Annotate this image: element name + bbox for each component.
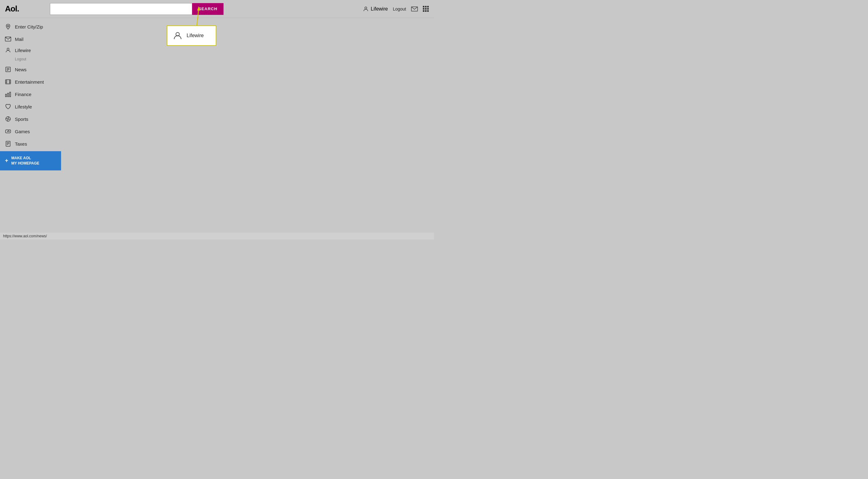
header-right: Lifewire Logout	[363, 6, 429, 12]
svg-rect-25	[6, 141, 10, 147]
sidebar-label-enter-city-zip: Enter City/Zip	[15, 24, 43, 29]
tooltip-username: Lifewire	[187, 33, 204, 38]
svg-rect-18	[10, 92, 10, 97]
taxes-icon	[5, 141, 11, 147]
user-icon	[5, 47, 11, 53]
sidebar-item-lifestyle[interactable]: Lifestyle	[0, 100, 61, 113]
sidebar-item-enter-city-zip[interactable]: Enter City/Zip	[0, 21, 61, 33]
sidebar-item-finance[interactable]: Finance	[0, 88, 61, 100]
sidebar-label-games: Games	[15, 129, 30, 134]
svg-point-4	[7, 48, 9, 50]
svg-rect-9	[6, 79, 11, 84]
film-icon	[5, 79, 11, 85]
sidebar-label-mail: Mail	[15, 37, 24, 42]
finance-icon	[5, 91, 11, 97]
header-logout-button[interactable]: Logout	[393, 6, 406, 11]
sidebar-logout-label: Logout	[15, 57, 26, 61]
sidebar: Enter City/Zip Mail Lifewire Logout News	[0, 18, 61, 173]
search-button[interactable]: SEARCH	[192, 3, 223, 15]
location-icon	[5, 24, 11, 30]
plus-icon: +	[5, 157, 8, 164]
sidebar-item-lifewire[interactable]: Lifewire Logout	[0, 45, 61, 63]
aol-logo[interactable]: Aol.	[5, 4, 19, 13]
statusbar: https://www.aol.com/news/	[0, 233, 434, 240]
sidebar-label-lifestyle: Lifestyle	[15, 104, 32, 109]
make-homepage-button[interactable]: + MAKE AOL MY HOMEPAGE	[0, 151, 61, 170]
sidebar-item-entertainment[interactable]: Entertainment	[0, 75, 61, 88]
heart-icon	[5, 103, 11, 110]
header-user[interactable]: Lifewire	[363, 6, 388, 12]
svg-point-0	[365, 7, 367, 9]
svg-point-2	[7, 25, 9, 27]
sidebar-label-entertainment: Entertainment	[15, 79, 44, 85]
make-homepage-text: MAKE AOL MY HOMEPAGE	[11, 156, 39, 166]
sidebar-label-news: News	[15, 67, 27, 72]
svg-rect-17	[7, 93, 8, 97]
sidebar-label-finance: Finance	[15, 92, 31, 97]
header-mail-icon[interactable]	[411, 6, 418, 11]
mail-icon	[5, 36, 11, 42]
header-user-icon	[363, 6, 369, 12]
sidebar-item-sports[interactable]: Sports	[0, 113, 61, 125]
svg-point-24	[8, 131, 9, 131]
sidebar-item-taxes[interactable]: Taxes	[0, 137, 61, 150]
sidebar-item-news[interactable]: News	[0, 63, 61, 75]
games-icon	[5, 128, 11, 134]
sidebar-label-lifewire: Lifewire	[15, 48, 31, 53]
sidebar-label-taxes: Taxes	[15, 141, 27, 147]
user-tooltip-popup: Lifewire	[167, 25, 216, 46]
sidebar-item-mail[interactable]: Mail	[0, 33, 61, 45]
header-grid-icon[interactable]	[423, 6, 429, 12]
statusbar-url: https://www.aol.com/news/	[3, 234, 47, 238]
sidebar-label-sports: Sports	[15, 117, 28, 122]
header: Aol. SEARCH Lifewire Logout	[0, 0, 434, 18]
annotation-arrow	[0, 0, 434, 240]
svg-rect-16	[6, 94, 6, 97]
sports-icon	[5, 116, 11, 122]
search-container: SEARCH	[50, 3, 223, 15]
header-username: Lifewire	[371, 6, 388, 12]
search-input[interactable]	[50, 3, 192, 15]
sidebar-item-games[interactable]: Games	[0, 125, 61, 137]
tooltip-user-icon	[173, 31, 182, 40]
news-icon	[5, 66, 11, 72]
